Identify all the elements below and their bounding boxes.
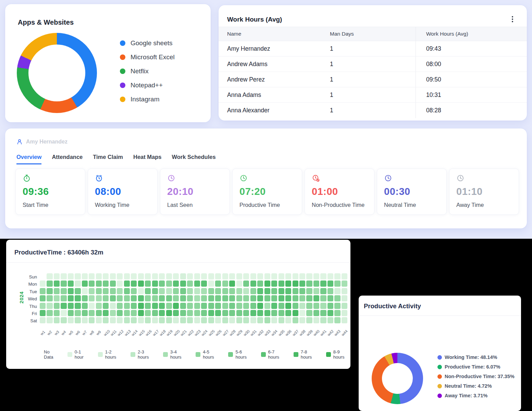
- heatmap-cell[interactable]: [215, 295, 221, 301]
- heatmap-cell[interactable]: [117, 281, 123, 287]
- heatmap-cell[interactable]: [250, 310, 256, 316]
- heatmap-cell[interactable]: [194, 310, 200, 316]
- heatmap-cell[interactable]: [293, 281, 298, 287]
- heatmap-cell[interactable]: [264, 310, 270, 316]
- heatmap-cell[interactable]: [257, 295, 263, 301]
- heatmap-cell[interactable]: [166, 317, 172, 323]
- heatmap-cell[interactable]: [54, 273, 60, 279]
- heatmap-cell[interactable]: [201, 317, 207, 323]
- tab-heat-maps[interactable]: Heat Maps: [133, 154, 162, 164]
- heatmap-cell[interactable]: [279, 295, 284, 301]
- heatmap-cell[interactable]: [110, 273, 116, 279]
- heatmap-cell[interactable]: [306, 317, 312, 323]
- heatmap-cell[interactable]: [229, 303, 235, 309]
- heatmap-cell[interactable]: [131, 310, 137, 316]
- heatmap-cell[interactable]: [215, 303, 221, 309]
- heatmap-cell[interactable]: [313, 295, 319, 301]
- heatmap-cell[interactable]: [152, 273, 158, 279]
- heatmap-cell[interactable]: [138, 317, 144, 323]
- table-row[interactable]: Andrew Adams108:00: [219, 57, 527, 72]
- heatmap-cell[interactable]: [124, 310, 130, 316]
- heatmap-cell[interactable]: [96, 317, 102, 323]
- heatmap-cell[interactable]: [194, 288, 200, 294]
- heatmap-cell[interactable]: [89, 295, 95, 301]
- heatmap-cell[interactable]: [299, 295, 305, 301]
- heatmap-cell[interactable]: [82, 310, 88, 316]
- heatmap-cell[interactable]: [279, 317, 284, 323]
- heatmap-cell[interactable]: [293, 288, 298, 294]
- heatmap-cell[interactable]: [82, 281, 88, 287]
- productive-activity-donut-chart[interactable]: [372, 353, 423, 404]
- heatmap-cell[interactable]: [180, 310, 186, 316]
- heatmap-cell[interactable]: [264, 317, 270, 323]
- heatmap-cell[interactable]: [173, 310, 179, 316]
- heatmap-cell[interactable]: [145, 281, 151, 287]
- heatmap-cell[interactable]: [229, 295, 235, 301]
- heatmap-cell[interactable]: [173, 303, 179, 309]
- heatmap-cell[interactable]: [299, 310, 305, 316]
- heatmap-cell[interactable]: [236, 295, 242, 301]
- heatmap-cell[interactable]: [166, 281, 172, 287]
- heatmap-cell[interactable]: [313, 288, 319, 294]
- legend-item[interactable]: Notepad++: [120, 82, 175, 89]
- kebab-menu-icon[interactable]: [510, 15, 515, 24]
- heatmap-cell[interactable]: [250, 295, 256, 301]
- heatmap-cell[interactable]: [243, 288, 249, 294]
- heatmap-cell[interactable]: [194, 303, 200, 309]
- heatmap-cell[interactable]: [320, 310, 326, 316]
- heatmap-cell[interactable]: [334, 295, 340, 301]
- heatmap-cell[interactable]: [75, 303, 81, 309]
- tab-work-schedules[interactable]: Work Schedules: [172, 154, 216, 164]
- heatmap-cell[interactable]: [208, 288, 214, 294]
- heatmap-cell[interactable]: [334, 317, 340, 323]
- heatmap-cell[interactable]: [327, 310, 333, 316]
- heatmap-cell[interactable]: [124, 317, 130, 323]
- heatmap-cell[interactable]: [334, 273, 340, 279]
- heatmap-cell[interactable]: [61, 310, 66, 316]
- heatmap-cell[interactable]: [173, 288, 179, 294]
- heatmap-cell[interactable]: [279, 281, 284, 287]
- heatmap-cell[interactable]: [103, 281, 109, 287]
- heatmap-cell[interactable]: [264, 295, 270, 301]
- heatmap-cell[interactable]: [271, 317, 277, 323]
- heatmap-cell[interactable]: [180, 295, 186, 301]
- heatmap-cell[interactable]: [96, 273, 102, 279]
- heatmap-cell[interactable]: [47, 288, 52, 294]
- heatmap-cell[interactable]: [40, 310, 46, 316]
- heatmap-cell[interactable]: [285, 273, 291, 279]
- heatmap-cell[interactable]: [138, 281, 144, 287]
- heatmap-cell[interactable]: [215, 317, 221, 323]
- heatmap-cell[interactable]: [110, 288, 116, 294]
- legend-item[interactable]: Working Time: 48.14%: [437, 354, 515, 360]
- heatmap-cell[interactable]: [222, 288, 228, 294]
- heatmap-cell[interactable]: [82, 317, 88, 323]
- heatmap-cell[interactable]: [299, 317, 305, 323]
- heatmap-cell[interactable]: [264, 303, 270, 309]
- tab-overview[interactable]: Overview: [16, 154, 41, 164]
- table-row[interactable]: Anna Adams110:31: [219, 87, 527, 103]
- heatmap-cell[interactable]: [299, 288, 305, 294]
- heatmap-cell[interactable]: [40, 273, 46, 279]
- heatmap-cell[interactable]: [138, 303, 144, 309]
- heatmap-cell[interactable]: [40, 288, 46, 294]
- heatmap-cell[interactable]: [229, 288, 235, 294]
- heatmap-cell[interactable]: [68, 295, 74, 301]
- heatmap-cell[interactable]: [54, 317, 60, 323]
- heatmap-cell[interactable]: [306, 303, 312, 309]
- heatmap-cell[interactable]: [138, 295, 144, 301]
- heatmap-cell[interactable]: [293, 310, 298, 316]
- heatmap-cell[interactable]: [271, 281, 277, 287]
- heatmap-cell[interactable]: [306, 281, 312, 287]
- heatmap-cell[interactable]: [124, 288, 130, 294]
- heatmap-cell[interactable]: [159, 317, 165, 323]
- heatmap-cell[interactable]: [243, 317, 249, 323]
- heatmap-cell[interactable]: [320, 317, 326, 323]
- heatmap-cell[interactable]: [236, 281, 242, 287]
- legend-item[interactable]: Netflix: [120, 67, 175, 75]
- legend-item[interactable]: Instagram: [120, 96, 175, 103]
- heatmap-cell[interactable]: [257, 281, 263, 287]
- heatmap-cell[interactable]: [138, 310, 144, 316]
- heatmap-cell[interactable]: [75, 281, 81, 287]
- heatmap-cell[interactable]: [306, 273, 312, 279]
- heatmap-cell[interactable]: [194, 295, 200, 301]
